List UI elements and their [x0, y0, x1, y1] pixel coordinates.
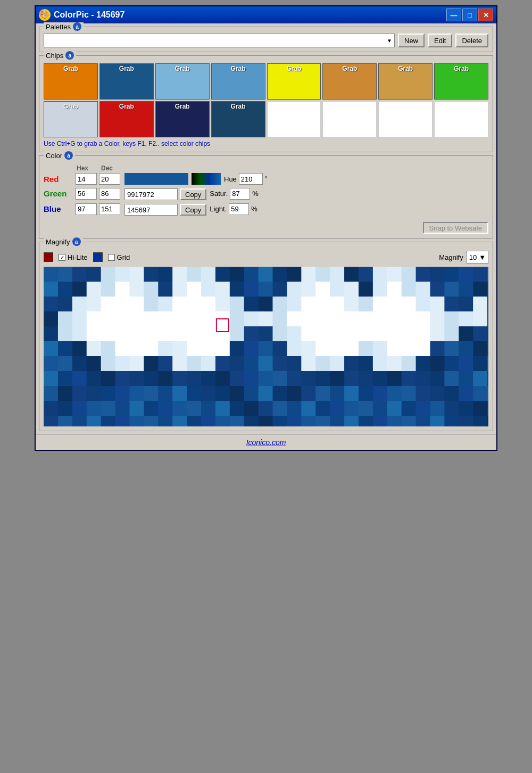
- chip[interactable]: Grab: [99, 101, 154, 137]
- new-palette-button[interactable]: New: [398, 34, 425, 47]
- chip[interactable]: Grab: [322, 63, 377, 100]
- chip[interactable]: Grab: [44, 101, 98, 137]
- light-unit: %: [251, 205, 257, 213]
- chip-grab-label: Grab: [268, 65, 321, 72]
- chip-grab-label: Grab: [44, 65, 97, 72]
- hue-label: Hue: [224, 175, 237, 183]
- magnified-view: [44, 267, 488, 426]
- edit-palette-button[interactable]: Edit: [428, 34, 452, 47]
- chip[interactable]: Grab: [99, 63, 154, 100]
- green-inputs: [76, 188, 120, 200]
- chips-section: Chips a GrabGrabGrabGrabGrabGrabGrabGrab…: [39, 55, 493, 152]
- green-row: Green Copy Satur. %: [44, 187, 488, 200]
- chip[interactable]: Grab: [155, 101, 210, 137]
- app-icon: 🎨: [39, 9, 51, 21]
- satur-label: Satur.: [210, 190, 228, 198]
- close-button[interactable]: ✕: [478, 9, 493, 21]
- chips-grid: GrabGrabGrabGrabGrabGrabGrabGrabGrabGrab…: [44, 63, 488, 137]
- red-row: Red Hue °: [44, 173, 488, 185]
- window-title: ColorPic - 145697: [54, 10, 124, 20]
- magnify-section: Magnify a ✓ Hi-Lite Grid Magnify 10: [39, 242, 493, 431]
- chip-grab-label: Grab: [212, 65, 265, 72]
- satur-row: Satur. %: [210, 188, 259, 200]
- chip[interactable]: [267, 101, 321, 137]
- chips-hint: Use Ctrl+G to grab a Color, keys F1, F2.…: [44, 140, 488, 147]
- chip-grab-label: Grab: [435, 65, 488, 72]
- footer-link[interactable]: Iconico.com: [36, 434, 496, 450]
- grid-label: Grid: [117, 253, 130, 261]
- chips-title: Chips a: [44, 51, 76, 60]
- hue-input[interactable]: [239, 173, 263, 185]
- chip[interactable]: Grab: [211, 63, 265, 100]
- green-hex-input[interactable]: [76, 188, 97, 200]
- red-dec-input[interactable]: [99, 173, 120, 185]
- blue-label: Blue: [44, 204, 76, 213]
- light-row: Light. %: [210, 203, 257, 215]
- hue-unit: °: [265, 175, 268, 183]
- maximize-button[interactable]: □: [462, 9, 477, 21]
- magnify-dropdown[interactable]: 10 ▼: [467, 251, 488, 264]
- chip-grab-label: Grab: [156, 103, 209, 110]
- blue-dec-input[interactable]: [99, 203, 120, 215]
- chip-grab-label: Grab: [323, 65, 376, 72]
- titlebar: 🎨 ColorPic - 145697 — □ ✕: [36, 6, 496, 23]
- chip[interactable]: [434, 101, 488, 137]
- chip[interactable]: Grab: [211, 101, 265, 137]
- hex-label: Hex: [77, 165, 99, 172]
- palette-dropdown[interactable]: ▼: [44, 34, 395, 47]
- color-title: Color a: [44, 151, 75, 160]
- light-input[interactable]: [229, 203, 249, 215]
- snap-button: Snap to Websafe: [423, 222, 489, 234]
- chips-info-icon[interactable]: a: [65, 51, 74, 60]
- palettes-section: Palettes a ▼ New Edit Delete: [39, 27, 493, 52]
- magnify-info-icon[interactable]: a: [72, 237, 81, 246]
- grid-checkbox-area: Grid: [108, 253, 130, 261]
- delete-palette-button[interactable]: Delete: [455, 34, 488, 47]
- main-window: 🎨 ColorPic - 145697 — □ ✕ Palettes a ▼ N…: [35, 5, 497, 451]
- chip[interactable]: [322, 101, 377, 137]
- titlebar-buttons: — □ ✕: [446, 9, 493, 21]
- palettes-info-icon[interactable]: a: [73, 22, 81, 31]
- magnify-controls: ✓ Hi-Lite Grid Magnify 10 ▼: [44, 251, 488, 264]
- color-inner: Hex Dec Red Hue: [44, 165, 488, 234]
- green-dec-input[interactable]: [99, 188, 120, 200]
- chip-grab-label: Grab: [156, 65, 209, 72]
- snap-row: Snap to Websafe: [44, 220, 488, 234]
- color-preview: [124, 173, 221, 185]
- titlebar-left: 🎨 ColorPic - 145697: [39, 9, 124, 21]
- red-hex-input[interactable]: [76, 173, 97, 185]
- chip[interactable]: Grab: [44, 63, 98, 100]
- minimize-button[interactable]: —: [446, 9, 461, 21]
- hex-value-input-2[interactable]: [124, 204, 178, 216]
- copy-button-1[interactable]: Copy: [180, 188, 206, 200]
- chip[interactable]: Grab: [267, 63, 321, 100]
- magnify-right: Magnify 10 ▼: [439, 251, 488, 264]
- chip-grab-label: Grab: [379, 65, 432, 72]
- color-swatch: [124, 173, 188, 185]
- blue-hex-input[interactable]: [76, 203, 97, 215]
- chip[interactable]: Grab: [155, 63, 210, 100]
- green-label: Green: [44, 189, 76, 198]
- copy-button-2[interactable]: Copy: [180, 204, 206, 216]
- satur-unit: %: [252, 190, 259, 198]
- chip-grab-label: Grab: [44, 103, 97, 110]
- dec-label: Dec: [101, 165, 123, 172]
- chip[interactable]: Grab: [434, 63, 488, 100]
- magnify-label: Magnify: [439, 253, 463, 261]
- hilite-checkbox[interactable]: ✓: [59, 254, 65, 261]
- hex-value-input-1[interactable]: [124, 188, 178, 200]
- hilite-label: Hi-Lite: [68, 253, 88, 261]
- color-info-icon[interactable]: a: [64, 151, 73, 160]
- satur-input[interactable]: [230, 188, 250, 200]
- magnified-canvas: [44, 267, 488, 426]
- magnify-dropdown-arrow-icon: ▼: [479, 253, 486, 261]
- red-label: Red: [44, 175, 76, 184]
- palettes-row: ▼ New Edit Delete: [44, 34, 488, 47]
- dropdown-arrow-icon: ▼: [387, 38, 392, 44]
- chip[interactable]: [378, 101, 433, 137]
- grid-checkbox[interactable]: [108, 254, 115, 261]
- red-inputs: [76, 173, 120, 185]
- light-label: Light.: [210, 205, 227, 213]
- magnify-value: 10: [469, 253, 477, 261]
- chip[interactable]: Grab: [378, 63, 433, 100]
